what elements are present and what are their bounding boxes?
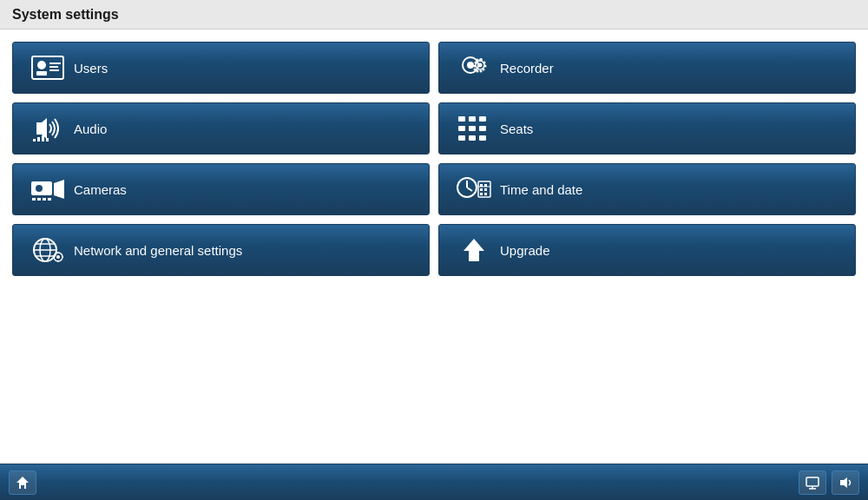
audio-button[interactable]: Audio xyxy=(12,102,430,155)
svg-rect-59 xyxy=(57,252,59,253)
audio-icon xyxy=(25,114,70,143)
time-and-date-button[interactable]: Time and date xyxy=(438,163,856,215)
svg-rect-40 xyxy=(48,198,51,201)
svg-point-7 xyxy=(467,62,474,69)
recorder-button[interactable]: Recorder xyxy=(438,42,856,94)
recorder-icon xyxy=(451,53,496,82)
svg-rect-48 xyxy=(484,188,487,191)
cameras-label: Cameras xyxy=(74,182,127,197)
seats-button[interactable]: Seats xyxy=(438,102,856,155)
svg-rect-23 xyxy=(42,135,44,141)
svg-rect-27 xyxy=(479,116,486,122)
svg-rect-2 xyxy=(36,71,47,76)
svg-rect-25 xyxy=(458,116,465,122)
screen-button[interactable] xyxy=(799,470,826,495)
network-icon xyxy=(25,235,70,265)
cameras-icon xyxy=(25,174,70,204)
svg-marker-35 xyxy=(54,180,64,199)
bottom-right-buttons xyxy=(799,470,859,495)
users-label: Users xyxy=(74,61,108,76)
svg-rect-3 xyxy=(49,62,61,64)
svg-line-43 xyxy=(467,188,472,191)
page-title: System settings xyxy=(12,7,119,23)
cameras-button[interactable]: Cameras xyxy=(12,163,430,215)
svg-rect-26 xyxy=(469,116,476,122)
svg-rect-60 xyxy=(57,260,59,262)
time-and-date-label: Time and date xyxy=(500,182,582,197)
svg-rect-5 xyxy=(49,69,59,71)
svg-rect-39 xyxy=(43,198,46,201)
svg-rect-29 xyxy=(469,126,476,131)
recorder-label: Recorder xyxy=(500,61,554,76)
svg-point-13 xyxy=(477,70,479,73)
svg-rect-30 xyxy=(479,126,486,131)
svg-rect-32 xyxy=(469,135,476,141)
svg-point-1 xyxy=(37,61,46,69)
upgrade-button[interactable]: Upgrade xyxy=(438,224,856,276)
home-button[interactable] xyxy=(9,470,36,495)
svg-point-19 xyxy=(478,63,483,68)
upgrade-icon xyxy=(451,235,496,265)
svg-rect-50 xyxy=(484,193,487,195)
page-header: System settings xyxy=(0,0,868,30)
svg-rect-37 xyxy=(32,198,36,201)
svg-rect-61 xyxy=(53,256,55,258)
seats-icon xyxy=(451,114,496,143)
menu-grid: Users xyxy=(12,42,856,276)
main-content: Users xyxy=(0,30,868,288)
svg-rect-24 xyxy=(46,138,49,141)
volume-button[interactable] xyxy=(832,470,859,495)
svg-rect-65 xyxy=(806,477,819,486)
audio-label: Audio xyxy=(74,122,107,136)
svg-point-36 xyxy=(36,185,43,192)
users-icon xyxy=(25,53,70,82)
svg-rect-38 xyxy=(37,198,41,201)
svg-marker-63 xyxy=(464,239,484,261)
svg-rect-4 xyxy=(49,66,58,68)
svg-rect-0 xyxy=(32,56,63,79)
svg-marker-64 xyxy=(16,477,29,489)
svg-point-58 xyxy=(56,255,60,259)
svg-rect-31 xyxy=(458,135,465,141)
svg-rect-33 xyxy=(479,135,486,141)
network-button[interactable]: Network and general settings xyxy=(12,224,430,276)
svg-rect-49 xyxy=(480,193,483,195)
time-date-icon xyxy=(451,174,496,204)
seats-label: Seats xyxy=(500,122,533,136)
upgrade-label: Upgrade xyxy=(500,243,550,258)
network-label: Network and general settings xyxy=(74,243,242,258)
svg-rect-22 xyxy=(37,137,40,141)
svg-marker-68 xyxy=(840,477,847,488)
bottom-bar xyxy=(0,464,868,500)
svg-rect-21 xyxy=(33,139,36,141)
svg-rect-28 xyxy=(458,126,465,131)
users-button[interactable]: Users xyxy=(12,42,430,94)
svg-rect-62 xyxy=(62,256,63,258)
svg-point-12 xyxy=(480,70,483,73)
svg-point-14 xyxy=(474,69,477,71)
svg-rect-47 xyxy=(480,188,483,191)
